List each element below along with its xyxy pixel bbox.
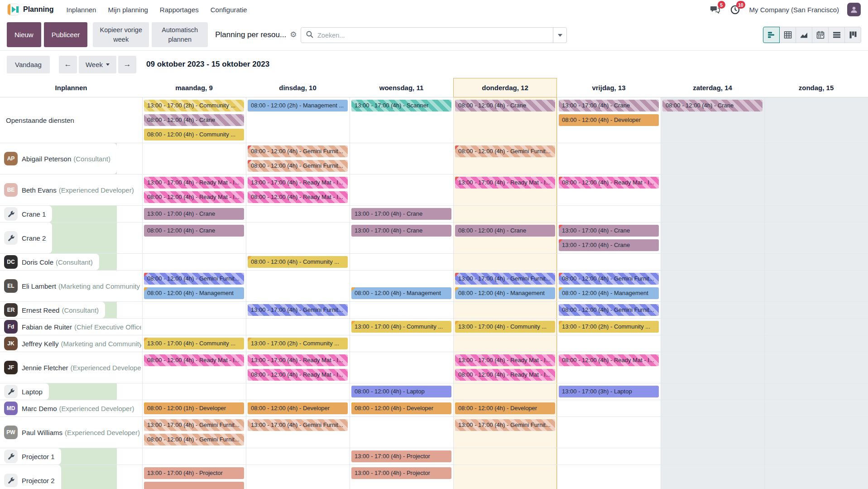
resource-label-chip[interactable]: Projector 2: [0, 465, 61, 489]
gantt-event[interactable]: 08:00 - 12:00 (4h) - Community ...: [144, 129, 244, 140]
day-cell[interactable]: [557, 417, 661, 448]
day-cell[interactable]: [661, 223, 764, 253]
gantt-event[interactable]: 08:00 - 12:00 (4h) - Ready Mat - I...: [559, 177, 659, 189]
search-input[interactable]: [317, 32, 553, 39]
resource-label-chip[interactable]: JFJennie Fletcher(Experienced Developer): [0, 352, 141, 383]
day-cell[interactable]: [142, 383, 246, 400]
nav-item-configuratie[interactable]: Configuratie: [211, 6, 247, 14]
day-cell[interactable]: [557, 206, 661, 222]
nav-item-rapportages[interactable]: Rapportages: [160, 6, 199, 14]
view-gantt-button[interactable]: [763, 27, 780, 43]
gantt-event[interactable]: 13:00 - 17:00 (4h) - Ready Mat - I...: [455, 354, 555, 366]
day-cell[interactable]: [350, 143, 453, 174]
gantt-event[interactable]: 08:00 - 12:00 (4h) - Gemini Furnit...: [144, 434, 244, 445]
day-cell[interactable]: [142, 448, 246, 465]
day-cell[interactable]: [246, 206, 350, 222]
resource-label-chip[interactable]: Laptop: [0, 383, 49, 400]
gantt-event[interactable]: 08:00 - 12:00 (4h) - Management: [455, 287, 555, 299]
day-cell[interactable]: [350, 335, 453, 352]
day-cell[interactable]: [557, 143, 661, 174]
resource-label-chip[interactable]: APAbigail Peterson(Consultant): [0, 143, 117, 174]
auto-plan-button[interactable]: Automatisch plannen: [152, 22, 208, 47]
day-cell[interactable]: [661, 448, 764, 465]
day-cell[interactable]: [764, 97, 868, 143]
day-cell[interactable]: [246, 465, 350, 489]
gantt-event[interactable]: 08:00 - 12:00 (4h) - Laptop: [351, 386, 451, 397]
day-cell[interactable]: [350, 174, 453, 205]
day-cell[interactable]: [453, 206, 557, 222]
gantt-event[interactable]: 13:00 - 17:00 (4h) - Crane: [559, 225, 659, 237]
day-cell[interactable]: [661, 335, 764, 352]
day-cell[interactable]: [661, 174, 764, 205]
day-cell[interactable]: [764, 319, 868, 335]
day-cell[interactable]: [246, 271, 350, 301]
resource-label-chip[interactable]: MDMarc Demo(Experienced Developer): [0, 400, 140, 416]
day-cell[interactable]: [764, 302, 868, 318]
day-cell[interactable]: [557, 448, 661, 465]
day-cell[interactable]: [661, 352, 764, 383]
search-filters-toggle[interactable]: [553, 28, 566, 43]
day-cell[interactable]: [764, 352, 868, 383]
day-cell[interactable]: [246, 319, 350, 335]
day-cell[interactable]: [764, 271, 868, 301]
day-cell[interactable]: [557, 400, 661, 416]
day-cell[interactable]: [453, 335, 557, 352]
gantt-event[interactable]: 08:00 - 12:00 (4h) - Developer: [455, 402, 555, 414]
gantt-event[interactable]: 13:00 - 17:00 (4h) - Community ...: [455, 321, 555, 333]
day-cell[interactable]: [661, 417, 764, 448]
resource-label-chip[interactable]: Crane 1: [0, 206, 52, 222]
gantt-event[interactable]: 13:00 - 17:00 (4h) - Gemini Furnit...: [248, 304, 348, 316]
nav-item-mijn-planning[interactable]: Mijn planning: [108, 6, 148, 14]
today-button[interactable]: Vandaag: [7, 56, 50, 73]
copy-previous-week-button[interactable]: Kopieer vorige week: [93, 22, 149, 47]
company-switcher[interactable]: My Company (San Francisco): [749, 6, 839, 14]
app-title[interactable]: Planning: [23, 5, 54, 14]
day-cell[interactable]: [142, 143, 246, 174]
day-cell[interactable]: [764, 417, 868, 448]
day-cell[interactable]: [453, 254, 557, 270]
day-cell[interactable]: [350, 254, 453, 270]
gantt-event[interactable]: 08:00 - 12:00 (4h) - Ready Mat - I...: [559, 354, 659, 366]
gantt-event[interactable]: 13:00 - 17:00 (4h) - Ready Mat - I...: [455, 177, 555, 189]
gantt-event[interactable]: 13:00 - 17:00 (4h) - Crane: [559, 100, 659, 111]
gantt-event[interactable]: 08:00 - 12:00 (4h) - Crane: [144, 225, 244, 237]
day-cell[interactable]: [142, 254, 246, 270]
day-cell[interactable]: [142, 302, 246, 318]
gantt-event[interactable]: 08:00 - 12:00 (4h) - Crane: [144, 114, 244, 126]
gantt-event[interactable]: 13:00 - 17:00 (4h) - Gemini Furnit...: [248, 419, 348, 431]
gantt-event[interactable]: 08:00 - 12:00 (4h) - Ready Mat - I...: [144, 354, 244, 366]
gantt-event[interactable]: 13:00 - 17:00 (4h) - Crane: [559, 239, 659, 251]
day-cell[interactable]: [764, 254, 868, 270]
gantt-event[interactable]: 13:00 - 17:00 (4h) - Ready Mat - I...: [144, 177, 244, 189]
resource-label-chip[interactable]: ELEli Lambert(Marketing and Community ..…: [0, 271, 141, 301]
day-cell[interactable]: [557, 465, 661, 489]
day-cell[interactable]: [661, 206, 764, 222]
scale-dropdown[interactable]: Week: [79, 56, 116, 73]
gantt-event[interactable]: 08:00 - 12:00 (4h) - Gemini Furnit...: [455, 145, 555, 157]
day-cell[interactable]: [764, 223, 868, 253]
publish-button[interactable]: Publiceer: [44, 22, 88, 47]
day-cell[interactable]: [453, 465, 557, 489]
gantt-event[interactable]: 13:00 - 17:00 (3h) - Laptop: [559, 386, 659, 397]
resource-label-chip[interactable]: BEBeth Evans(Experienced Developer): [0, 174, 140, 205]
gantt-event[interactable]: 13:00 - 17:00 (4h) - Scanner: [351, 100, 451, 111]
activities-clock-icon[interactable]: 10: [729, 4, 741, 15]
gantt-event[interactable]: 13:00 - 17:00 (4h) - Crane: [144, 208, 244, 220]
gantt-event[interactable]: 08:00 - 12:00 (4h) - Management: [351, 287, 451, 299]
gantt-event[interactable]: 13:00 - 17:00 (2h) - Community ...: [559, 321, 659, 333]
day-cell[interactable]: [764, 206, 868, 222]
day-cell[interactable]: [246, 383, 350, 400]
resource-label-chip[interactable]: FdFabian de Ruiter(Chief Executive Offic…: [0, 319, 141, 335]
day-cell[interactable]: [661, 319, 764, 335]
gantt-event[interactable]: 13:00 - 17:00 (4h) - Crane: [351, 208, 451, 220]
day-cell[interactable]: [661, 400, 764, 416]
gantt-event[interactable]: 08:00 - 12:00 (4h) - Ready Mat - I...: [455, 369, 555, 381]
messages-icon[interactable]: 5: [710, 4, 721, 15]
gantt-event[interactable]: 13:00 - 17:00 (4h) - Ready Mat - I...: [248, 354, 348, 366]
gantt-event[interactable]: 13:00 - 17:00 (4h) - Gemini Furnit...: [144, 419, 244, 431]
gantt-event[interactable]: 13:00 - 17:00 (4h) - Gemini Furnit...: [455, 273, 555, 285]
day-cell[interactable]: [661, 271, 764, 301]
view-calendar-button[interactable]: [812, 27, 829, 43]
resource-label-chip[interactable]: PWPaul Williams(Experienced Developer): [0, 417, 141, 448]
gantt-event[interactable]: [144, 482, 244, 489]
